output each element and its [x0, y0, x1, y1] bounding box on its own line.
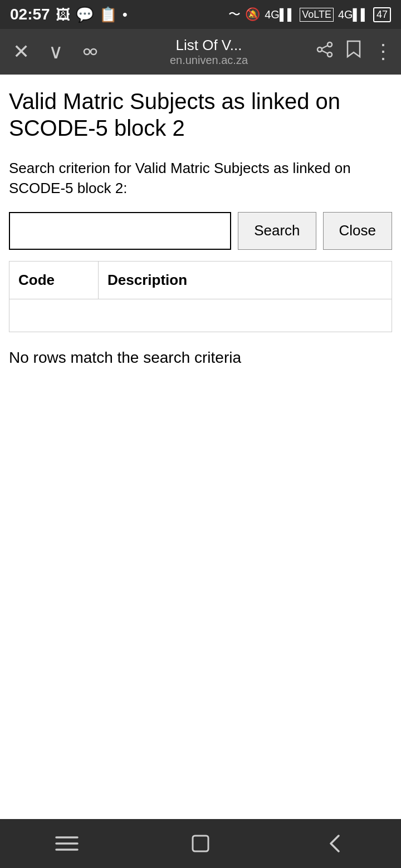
bookmark-icon[interactable] [345, 40, 362, 63]
tabs-icon[interactable] [78, 43, 102, 61]
svg-point-3 [327, 42, 332, 47]
dot-icon: • [123, 6, 128, 23]
more-options-icon[interactable]: ⋮ [373, 40, 392, 63]
svg-line-6 [322, 46, 327, 48]
battery-level: 47 [376, 9, 388, 20]
battery-indicator: 47 [373, 7, 391, 22]
main-content: Valid Matric Subjects as linked on SCODE… [0, 75, 401, 819]
svg-point-5 [327, 52, 332, 57]
share-icon[interactable] [315, 40, 334, 63]
chat-icon: 💬 [76, 6, 94, 23]
photo-icon: 🖼 [56, 6, 70, 23]
status-right: 〜 🔕 4G▌▌ VoLTE 4G▌▌ 47 [228, 6, 391, 23]
browser-address-bar[interactable]: List Of V... en.univen.ac.za [113, 37, 305, 67]
search-row: Search Close [9, 212, 392, 250]
back-icon[interactable] [312, 821, 356, 866]
search-input[interactable] [9, 212, 231, 250]
signal-4g-2-icon: 4G▌▌ [338, 8, 369, 21]
page-tab-title: List Of V... [176, 37, 242, 54]
mute-icon: 🔕 [245, 7, 260, 22]
svg-rect-11 [193, 836, 208, 851]
status-left: 02:57 🖼 💬 📋 • [10, 6, 128, 23]
table-column-code: Code [9, 262, 99, 299]
no-rows-message: No rows match the search criteria [9, 332, 392, 367]
table-column-description: Description [99, 262, 392, 299]
page-title: Valid Matric Subjects as linked on SCODE… [9, 88, 392, 141]
svg-point-0 [84, 49, 90, 55]
search-button[interactable]: Search [238, 212, 316, 250]
search-description: Search criterion for Valid Matric Subjec… [9, 158, 392, 199]
close-button[interactable]: Close [323, 212, 392, 250]
table-header: Code Description [9, 261, 392, 299]
chevron-down-icon[interactable]: ∨ [43, 40, 68, 63]
activity-icon: 〜 [228, 6, 241, 23]
table-body [9, 299, 392, 332]
svg-point-1 [91, 49, 96, 55]
browser-bar: ✕ ∨ List Of V... en.univen.ac.za ⋮ [0, 29, 401, 75]
close-tab-button[interactable]: ✕ [9, 40, 33, 63]
status-bar: 02:57 🖼 💬 📋 • 〜 🔕 4G▌▌ VoLTE 4G▌▌ 47 [0, 0, 401, 29]
menu-icon[interactable] [45, 821, 89, 866]
home-icon[interactable] [178, 821, 223, 866]
clipboard-icon: 📋 [99, 6, 117, 23]
page-url: en.univen.ac.za [170, 54, 248, 67]
signal-4g-icon: 4G▌▌ [265, 8, 295, 21]
browser-actions: ⋮ [315, 40, 392, 63]
svg-point-4 [317, 47, 322, 52]
bottom-nav [0, 819, 401, 868]
status-time: 02:57 [10, 6, 50, 23]
volte-icon: VoLTE [300, 8, 334, 22]
svg-line-7 [322, 51, 327, 53]
